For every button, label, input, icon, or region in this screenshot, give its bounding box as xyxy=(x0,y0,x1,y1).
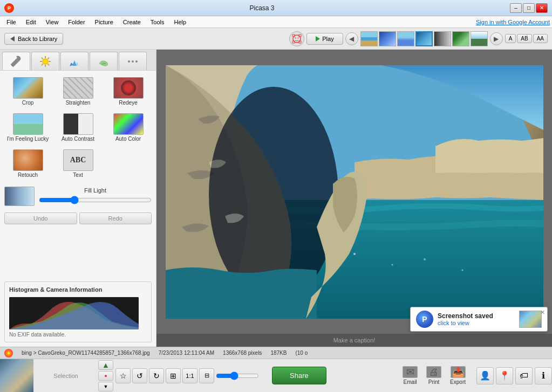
star-button[interactable]: ☆ xyxy=(115,368,131,383)
edit-tab-extra[interactable] xyxy=(119,52,147,70)
notif-subtitle[interactable]: click to view xyxy=(438,320,515,326)
date-taken: 7/23/2013 12:11:04 AM xyxy=(159,350,214,356)
straighten-thumb xyxy=(63,77,93,99)
svg-point-1 xyxy=(295,37,296,38)
edit-tab-effects[interactable] xyxy=(60,52,88,70)
fill-light-slider[interactable] xyxy=(39,196,152,204)
status-bar: bing > CavoGreko_ROW11744285857_1366x768… xyxy=(0,347,552,359)
export-button[interactable]: 📤 Export xyxy=(450,366,466,385)
screenshot-notification[interactable]: P Screenshot saved click to view ✕ xyxy=(410,307,548,332)
thumbnail-7[interactable] xyxy=(471,31,488,46)
effects-icon xyxy=(68,55,81,68)
color-thumb xyxy=(113,113,144,135)
edit-tab-tuning[interactable] xyxy=(31,52,59,70)
nav-next-button[interactable]: ▶ xyxy=(490,32,503,45)
zoom-slider[interactable] xyxy=(216,372,259,380)
svg-point-17 xyxy=(128,60,130,63)
rotate-right-button[interactable]: ↻ xyxy=(149,368,164,383)
upload-button-2[interactable]: ● xyxy=(98,371,113,381)
nav-previous-button[interactable]: ◀ xyxy=(345,32,358,45)
retouch-tool[interactable]: Retouch xyxy=(4,147,51,180)
sign-in-link[interactable]: Sign in with Google Account xyxy=(476,19,550,25)
print-button[interactable]: 🖨 Print xyxy=(426,366,441,385)
location-button[interactable]: 📍 xyxy=(496,367,513,384)
thumbnail-5[interactable] xyxy=(434,31,451,46)
share-button[interactable]: Share xyxy=(272,367,326,384)
straighten-tool[interactable]: Straighten xyxy=(54,75,101,108)
toolbar: Back to Library Play ◀ xyxy=(0,28,552,50)
histogram-canvas xyxy=(9,297,139,329)
text-size-normal[interactable]: A xyxy=(505,34,516,43)
crop-label: Crop xyxy=(22,100,34,106)
text-size-large[interactable]: AA xyxy=(533,34,548,43)
undo-button[interactable]: Undo xyxy=(4,212,77,224)
svg-point-2 xyxy=(298,37,299,38)
center-area: Make a caption! P Screenshot saved click… xyxy=(156,50,552,347)
people-button[interactable]: 👤 xyxy=(476,367,494,384)
redo-button[interactable]: Redo xyxy=(79,212,152,224)
email-button[interactable]: ✉ Email xyxy=(403,366,418,385)
menu-tools[interactable]: Tools xyxy=(146,18,169,26)
svg-point-8 xyxy=(43,59,48,64)
upload-button-1[interactable]: ▲ xyxy=(98,360,113,370)
print-label: Print xyxy=(428,379,440,385)
tools-grid: Crop Straighten Redeye I'm Feeli xyxy=(4,75,152,180)
menu-file[interactable]: File xyxy=(2,18,21,26)
status-picasa-logo xyxy=(4,349,13,357)
album-thumbnail xyxy=(0,359,33,393)
svg-point-7 xyxy=(12,65,13,66)
crop-tool[interactable]: Crop xyxy=(4,75,51,108)
info-button[interactable]: ℹ xyxy=(535,367,552,384)
maximize-button[interactable]: □ xyxy=(523,3,535,13)
upload-button-3[interactable]: ▼ xyxy=(98,382,113,391)
contrast-label: Auto Contrast xyxy=(62,136,94,142)
auto-contrast-tool[interactable]: Auto Contrast xyxy=(54,111,101,144)
color-label: Auto Color xyxy=(115,136,141,142)
crop-btn2[interactable]: ⊟ xyxy=(199,368,214,383)
fill-light-label: Fill Light xyxy=(39,187,152,194)
bottom-bar: Selection ▲ ● ▼ ☆ ↺ ↻ ⊞ 1:1 ⊟ Share ✉ Em… xyxy=(0,359,552,392)
collage-button[interactable]: ⊞ xyxy=(166,368,181,383)
rotate-left-button[interactable]: ↺ xyxy=(132,368,147,383)
svg-line-16 xyxy=(42,64,43,65)
edit-tab-fix[interactable] xyxy=(2,52,30,70)
text-size-buttons: A AB AA xyxy=(505,34,548,43)
minimize-button[interactable]: – xyxy=(510,3,522,13)
menu-help[interactable]: Help xyxy=(170,18,191,26)
play-button[interactable]: Play xyxy=(306,33,343,45)
close-button[interactable]: ✕ xyxy=(536,3,548,13)
menu-folder[interactable]: Folder xyxy=(64,18,89,26)
edit-tab-retouch[interactable] xyxy=(90,52,118,70)
menu-create[interactable]: Create xyxy=(119,18,145,26)
notif-close-icon[interactable]: ✕ xyxy=(540,309,545,316)
caption-placeholder: Make a caption! xyxy=(333,337,376,343)
lucky-tool[interactable]: I'm Feeling Lucky xyxy=(4,111,51,144)
auto-color-tool[interactable]: Auto Color xyxy=(105,111,152,144)
edit-tools: Crop Straighten Redeye I'm Feeli xyxy=(0,71,156,277)
menu-view[interactable]: View xyxy=(42,18,63,26)
main-layout: Crop Straighten Redeye I'm Feeli xyxy=(0,50,552,347)
back-to-library-button[interactable]: Back to Library xyxy=(4,33,63,45)
notif-content: Screenshot saved click to view xyxy=(438,312,515,326)
thumbnail-1[interactable] xyxy=(360,31,378,46)
retouch-thumb xyxy=(13,149,43,171)
text-tool[interactable]: ABC Text xyxy=(54,147,101,180)
thumbnail-3[interactable] xyxy=(397,31,414,46)
menu-edit[interactable]: Edit xyxy=(22,18,40,26)
thumbnail-6[interactable] xyxy=(452,31,469,46)
tag-button[interactable]: 🏷 xyxy=(515,367,533,384)
play-icon xyxy=(316,36,320,42)
text-size-medium[interactable]: AB xyxy=(517,34,531,43)
svg-point-26 xyxy=(424,258,426,260)
redeye-tool[interactable]: Redeye xyxy=(105,75,152,108)
retouch-label: Retouch xyxy=(18,172,38,178)
caption-bar[interactable]: Make a caption! xyxy=(156,334,552,347)
menu-picture[interactable]: Picture xyxy=(91,18,118,26)
retouch-tab-icon xyxy=(97,55,110,68)
thumbnail-4[interactable] xyxy=(415,31,433,46)
fit-button[interactable]: 1:1 xyxy=(182,368,197,383)
thumbnail-2[interactable] xyxy=(379,31,396,46)
left-panel: Crop Straighten Redeye I'm Feeli xyxy=(0,50,156,347)
back-arrow-icon xyxy=(10,36,15,42)
face-detect-button[interactable] xyxy=(289,31,304,46)
